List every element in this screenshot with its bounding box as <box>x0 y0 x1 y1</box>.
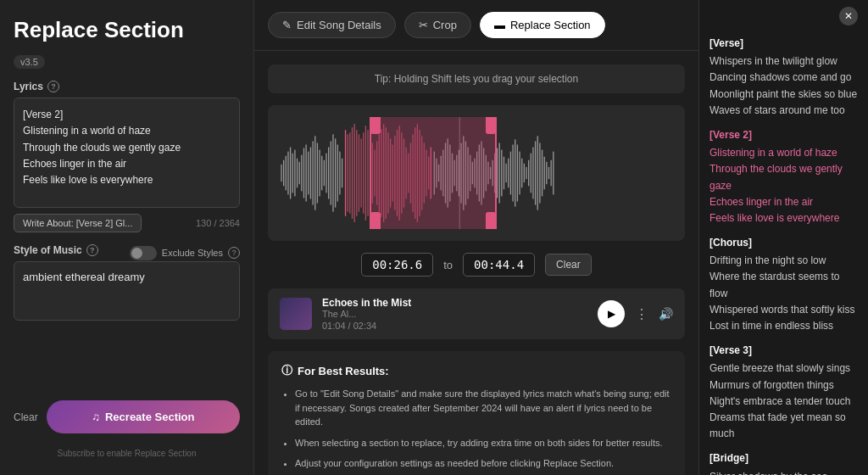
svg-rect-13 <box>310 148 311 199</box>
svg-rect-95 <box>497 148 498 198</box>
svg-rect-110 <box>531 154 531 193</box>
music-note-icon: ♫ <box>92 411 100 423</box>
waveform-selection[interactable] <box>370 117 497 229</box>
svg-rect-113 <box>537 136 538 210</box>
lyrics-section-header: [Verse] <box>709 36 858 52</box>
svg-rect-16 <box>317 142 318 203</box>
page-title: Replace Section <box>14 17 240 43</box>
selection-handle-tr[interactable] <box>486 117 496 134</box>
end-time: 00:44.4 <box>463 253 535 277</box>
svg-rect-28 <box>345 130 346 216</box>
svg-rect-23 <box>332 134 333 211</box>
svg-rect-104 <box>517 144 518 201</box>
svg-rect-10 <box>303 148 304 198</box>
waveform-container[interactable]: // Generate waveform bars inline via SVG <box>268 105 685 241</box>
svg-rect-101 <box>510 152 511 195</box>
player-bar: Echoes in the Mist The Al... 01:04 / 02:… <box>268 288 685 339</box>
svg-rect-24 <box>335 138 336 207</box>
lyrics-section-header: [Chorus] <box>709 235 858 251</box>
svg-rect-115 <box>542 150 542 197</box>
svg-rect-11 <box>305 144 306 201</box>
clear-button[interactable]: Clear <box>14 411 38 423</box>
svg-rect-109 <box>528 160 529 186</box>
replace-section-button[interactable]: ▬ Replace Section <box>480 12 605 38</box>
lyrics-section: Lyrics ? [Verse 2] Glistening in a world… <box>14 81 240 232</box>
exclude-help-icon[interactable]: ? <box>228 247 240 259</box>
crop-button[interactable]: ✂ Crop <box>404 12 471 38</box>
svg-rect-3 <box>287 152 288 195</box>
lyrics-label: Lyrics <box>14 81 43 92</box>
lyrics-line: Gentle breeze that slowly sings <box>709 360 858 377</box>
edit-song-details-button[interactable]: ✎ Edit Song Details <box>268 12 396 38</box>
center-content: Tip: Holding Shift lets you drag your se… <box>254 51 698 475</box>
svg-rect-21 <box>328 148 329 199</box>
tip-bar: Tip: Holding Shift lets you drag your se… <box>268 64 685 93</box>
lyrics-line: Silver shadows by the sea <box>709 469 858 476</box>
left-panel: Replace Section v3.5 Lyrics ? [Verse 2] … <box>0 0 254 475</box>
lyrics-line: Whispers in the twilight glow <box>709 53 858 70</box>
svg-rect-12 <box>308 152 309 195</box>
lyrics-line: Moonlight paint the skies so blue <box>709 87 858 103</box>
lyrics-line: Through the clouds we gently gaze <box>709 161 858 193</box>
svg-rect-26 <box>339 152 340 195</box>
play-button[interactable]: ▶ <box>598 300 625 327</box>
svg-rect-29 <box>348 134 348 211</box>
edit-icon: ✎ <box>282 19 292 31</box>
svg-rect-34 <box>359 134 359 211</box>
svg-rect-32 <box>353 124 354 222</box>
svg-rect-106 <box>521 159 522 188</box>
best-results-title: ⓘ For Best Results: <box>281 363 671 378</box>
svg-rect-25 <box>337 144 338 201</box>
lyrics-line: Dancing shadows come and go <box>709 70 858 86</box>
crop-label: Crop <box>433 19 457 31</box>
svg-rect-20 <box>326 154 326 193</box>
volume-button[interactable]: 🔊 <box>659 307 673 321</box>
toolbar: ✎ Edit Song Details ✂ Crop ▬ Replace Sec… <box>254 0 698 51</box>
lyrics-line: Night's embrace a tender touch <box>709 394 858 410</box>
track-time: 01:04 / 02:34 <box>322 321 587 331</box>
lyrics-section-header: [Bridge] <box>709 450 858 467</box>
svg-rect-107 <box>524 164 525 182</box>
selection-handle-tl[interactable] <box>370 117 381 134</box>
lyrics-line: Drifting in the night so low <box>709 253 858 269</box>
close-button[interactable]: ✕ <box>839 7 858 25</box>
svg-rect-112 <box>535 141 536 204</box>
center-panel: ✎ Edit Song Details ✂ Crop ▬ Replace Sec… <box>254 0 698 475</box>
best-results-list: Go to "Edit Song Details" and make sure … <box>281 387 671 471</box>
svg-rect-33 <box>356 130 357 216</box>
exclude-styles-toggle[interactable] <box>130 246 157 260</box>
lyrics-line: Where the stardust seems to flow <box>709 269 858 301</box>
recreate-button[interactable]: ♫ Recreate Section <box>47 400 240 433</box>
selection-handle-bl[interactable] <box>370 212 381 229</box>
style-textarea[interactable]: ambient ethereal dreamy <box>14 261 240 321</box>
write-about-button[interactable]: Write About: [Verse 2] Gl... <box>14 214 142 232</box>
style-help-icon[interactable]: ? <box>86 244 98 256</box>
clear-time-button[interactable]: Clear <box>545 254 592 276</box>
lyrics-section-header: [Verse 3] <box>709 343 858 359</box>
lyrics-textarea[interactable]: [Verse 2] Glistening in a world of haze … <box>14 98 240 208</box>
lyrics-help-icon[interactable]: ? <box>47 81 59 92</box>
lyrics-section: [Verse 2]Glistening in a world of hazeTh… <box>709 127 858 226</box>
svg-rect-102 <box>512 144 513 201</box>
svg-rect-103 <box>515 139 515 206</box>
more-options-button[interactable]: ⋮ <box>635 306 648 322</box>
lyrics-line: Waves of stars around me too <box>709 103 858 119</box>
lyrics-sidebar: [Verse]Whispers in the twilight glowDanc… <box>709 32 858 475</box>
svg-rect-8 <box>299 162 300 184</box>
svg-rect-36 <box>363 132 364 213</box>
svg-rect-30 <box>349 132 350 213</box>
svg-rect-6 <box>294 150 295 197</box>
svg-rect-35 <box>360 138 361 207</box>
svg-rect-117 <box>546 162 547 184</box>
svg-rect-18 <box>321 156 322 191</box>
replace-icon: ▬ <box>494 19 505 31</box>
exclude-styles-label: Exclude Styles <box>162 248 223 258</box>
lyrics-line: Glistening in a world of haze <box>709 145 858 161</box>
track-title: Echoes in the Mist <box>322 297 587 309</box>
replace-label: Replace Section <box>510 19 591 31</box>
selection-handle-br[interactable] <box>486 212 496 229</box>
svg-rect-27 <box>342 159 342 188</box>
right-panel: ✕ [Verse]Whispers in the twilight glowDa… <box>698 0 868 475</box>
lyrics-line: Whispered words that softly kiss <box>709 302 858 318</box>
tip-item: Go to "Edit Song Details" and make sure … <box>295 387 671 429</box>
